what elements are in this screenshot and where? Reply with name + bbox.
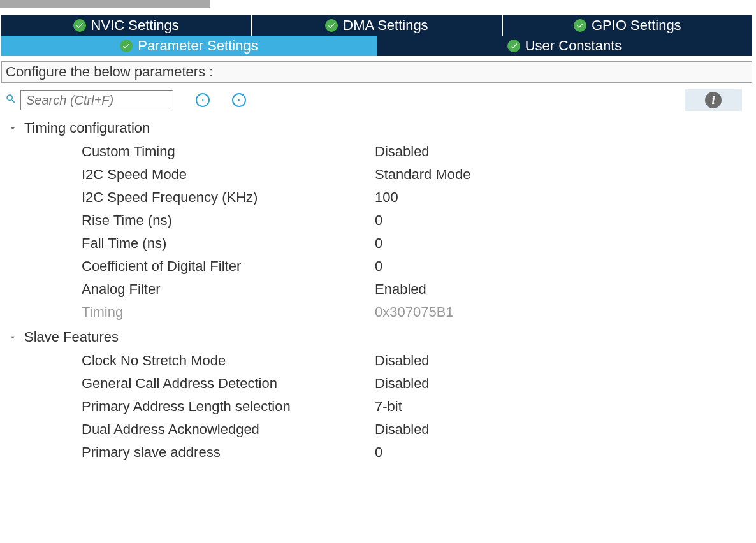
next-button[interactable] [232,93,246,107]
group-title: Slave Features [24,329,119,345]
group-timing-configuration: Timing configuration Custom Timing Disab… [5,117,751,324]
check-icon [325,19,338,32]
group-title: Timing configuration [24,120,150,136]
tab-row-upper: NVIC Settings DMA Settings GPIO Settings [1,15,752,36]
param-row[interactable]: Fall Time (ns) 0 [5,232,751,255]
param-label: Analog Filter [82,281,375,298]
param-row[interactable]: Clock No Stretch Mode Disabled [5,349,751,372]
tab-container: NVIC Settings DMA Settings GPIO Settings… [1,15,752,56]
param-value: 0 [375,444,382,461]
tab-label: NVIC Settings [91,17,179,34]
param-value: Disabled [375,375,430,392]
param-label: Timing [82,304,375,321]
configure-heading: Configure the below parameters : [1,61,752,83]
param-row[interactable]: Primary slave address 0 [5,441,751,464]
param-label: Clock No Stretch Mode [82,352,375,369]
search-input[interactable] [20,90,173,110]
param-value: Standard Mode [375,166,470,183]
tab-label: DMA Settings [343,17,428,34]
check-icon [120,40,133,52]
param-label: Primary slave address [82,444,375,461]
top-grey-bar [0,0,210,8]
param-label: I2C Speed Mode [82,166,375,183]
param-value: 0 [375,212,382,229]
param-label: Coefficient of Digital Filter [82,258,375,275]
tab-user-constants[interactable]: User Constants [377,36,752,56]
parameters-panel: Timing configuration Custom Timing Disab… [0,117,756,464]
param-row[interactable]: I2C Speed Frequency (KHz) 100 [5,186,751,209]
param-row[interactable]: Rise Time (ns) 0 [5,209,751,232]
tab-nvic-settings[interactable]: NVIC Settings [1,15,251,36]
search-icon [5,93,17,108]
param-row[interactable]: Dual Address Acknowledged Disabled [5,418,751,441]
param-value: Disabled [375,143,430,160]
prev-button[interactable] [196,93,210,107]
param-row[interactable]: Coefficient of Digital Filter 0 [5,255,751,278]
param-row[interactable]: I2C Speed Mode Standard Mode [5,163,751,186]
tab-row-lower: Parameter Settings User Constants [1,36,752,56]
group-header[interactable]: Slave Features [5,326,751,349]
param-value: Enabled [375,281,426,298]
param-label: I2C Speed Frequency (KHz) [82,189,375,206]
check-icon [73,19,86,32]
param-label: Primary Address Length selection [82,398,375,415]
param-value: 0 [375,258,382,275]
check-icon [574,19,586,32]
chevron-down-icon [8,123,19,133]
param-label: Rise Time (ns) [82,212,375,229]
param-label: Custom Timing [82,143,375,160]
param-value: 7-bit [375,398,402,415]
param-label: Fall Time (ns) [82,235,375,252]
check-icon [507,40,520,52]
group-header[interactable]: Timing configuration [5,117,751,140]
param-value: 0 [375,235,382,252]
param-row[interactable]: Primary Address Length selection 7-bit [5,395,751,418]
param-row[interactable]: General Call Address Detection Disabled [5,372,751,395]
param-row[interactable]: Timing 0x307075B1 [5,301,751,324]
param-row[interactable]: Custom Timing Disabled [5,140,751,163]
param-row[interactable]: Analog Filter Enabled [5,278,751,301]
tab-label: GPIO Settings [592,17,681,34]
group-slave-features: Slave Features Clock No Stretch Mode Dis… [5,326,751,464]
tab-label: Parameter Settings [138,38,258,54]
tab-label: User Constants [525,38,622,54]
tab-gpio-settings[interactable]: GPIO Settings [503,15,752,36]
search-wrap [5,90,173,110]
chevron-down-icon [8,332,19,342]
param-value: 0x307075B1 [375,304,454,321]
info-icon: i [705,92,722,108]
param-value: Disabled [375,352,430,369]
toolbar: i [0,83,756,117]
tab-parameter-settings[interactable]: Parameter Settings [1,36,377,56]
param-label: General Call Address Detection [82,375,375,392]
param-value: 100 [375,189,398,206]
tab-dma-settings[interactable]: DMA Settings [252,15,501,36]
param-label: Dual Address Acknowledged [82,421,375,438]
param-value: Disabled [375,421,430,438]
info-button[interactable]: i [685,89,742,111]
